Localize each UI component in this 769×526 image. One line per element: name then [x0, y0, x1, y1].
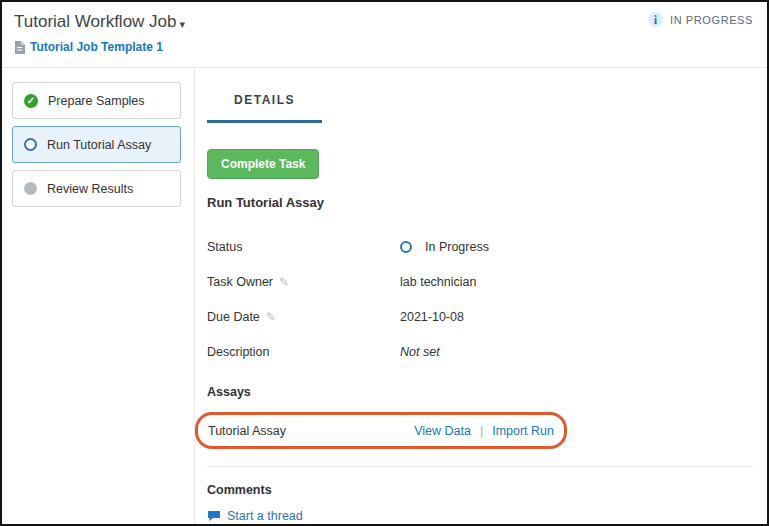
in-progress-circle-icon	[24, 138, 37, 151]
import-run-link[interactable]: Import Run	[492, 424, 554, 438]
task-title: Run Tutorial Assay	[207, 195, 753, 210]
page-body: ✓ Prepare Samples Run Tutorial Assay Rev…	[2, 68, 767, 524]
complete-task-button[interactable]: Complete Task	[207, 149, 319, 179]
due-date-value: 2021-10-08	[400, 310, 464, 324]
field-label: Status	[207, 240, 242, 254]
section-divider	[207, 466, 753, 467]
check-circle-icon: ✓	[24, 94, 38, 108]
chevron-down-icon[interactable]: ▾	[180, 18, 186, 31]
edit-pencil-icon[interactable]: ✎	[279, 276, 289, 288]
page-header: Tutorial Workflow Job ▾ i IN PROGRESS Tu…	[2, 2, 767, 68]
step-label: Run Tutorial Assay	[47, 138, 151, 152]
sidebar-item-prepare-samples[interactable]: ✓ Prepare Samples	[12, 82, 181, 119]
status-value: In Progress	[425, 240, 489, 254]
page-title: Tutorial Workflow Job	[14, 12, 177, 32]
tab-details[interactable]: DETAILS	[207, 93, 322, 123]
field-label: Task Owner	[207, 275, 273, 289]
sidebar-item-run-tutorial-assay[interactable]: Run Tutorial Assay	[12, 126, 181, 163]
in-progress-circle-icon	[400, 241, 412, 253]
assay-actions: View Data | Import Run	[414, 424, 554, 438]
assay-name: Tutorial Assay	[208, 424, 286, 438]
task-detail-panel: DETAILS Complete Task Run Tutorial Assay…	[195, 68, 767, 524]
app-window: Tutorial Workflow Job ▾ i IN PROGRESS Tu…	[0, 0, 769, 526]
title-row: Tutorial Workflow Job ▾	[14, 12, 753, 32]
document-icon	[14, 41, 25, 54]
field-row-description: Description Not set	[207, 345, 753, 359]
field-row-task-owner: Task Owner ✎ lab technician	[207, 275, 753, 289]
step-label: Prepare Samples	[48, 94, 145, 108]
assays-heading: Assays	[207, 385, 753, 399]
view-data-link[interactable]: View Data	[414, 424, 471, 438]
description-value: Not set	[400, 345, 440, 359]
edit-pencil-icon[interactable]: ✎	[266, 311, 276, 323]
task-owner-value: lab technician	[400, 275, 476, 289]
start-thread-link[interactable]: Start a thread	[227, 509, 303, 523]
start-thread-row: Start a thread	[207, 509, 753, 523]
field-list: Status In Progress Task Owner ✎ lab tech…	[207, 240, 753, 359]
field-row-due-date: Due Date ✎ 2021-10-08	[207, 310, 753, 324]
step-label: Review Results	[47, 182, 133, 196]
sidebar-item-review-results[interactable]: Review Results	[12, 170, 181, 207]
field-label: Description	[207, 345, 270, 359]
pending-dot-icon	[24, 182, 37, 195]
workflow-steps-sidebar: ✓ Prepare Samples Run Tutorial Assay Rev…	[2, 68, 195, 524]
link-separator: |	[480, 424, 483, 438]
field-row-status: Status In Progress	[207, 240, 753, 254]
status-badge-label: IN PROGRESS	[670, 14, 753, 26]
comment-bubble-icon	[207, 510, 221, 522]
template-link[interactable]: Tutorial Job Template 1	[30, 40, 163, 54]
assay-row: Tutorial Assay View Data | Import Run	[195, 412, 567, 449]
field-label: Due Date	[207, 310, 260, 324]
status-badge: i IN PROGRESS	[648, 12, 753, 27]
template-row: Tutorial Job Template 1	[14, 40, 753, 54]
info-icon[interactable]: i	[648, 12, 663, 27]
comments-heading: Comments	[207, 483, 753, 497]
